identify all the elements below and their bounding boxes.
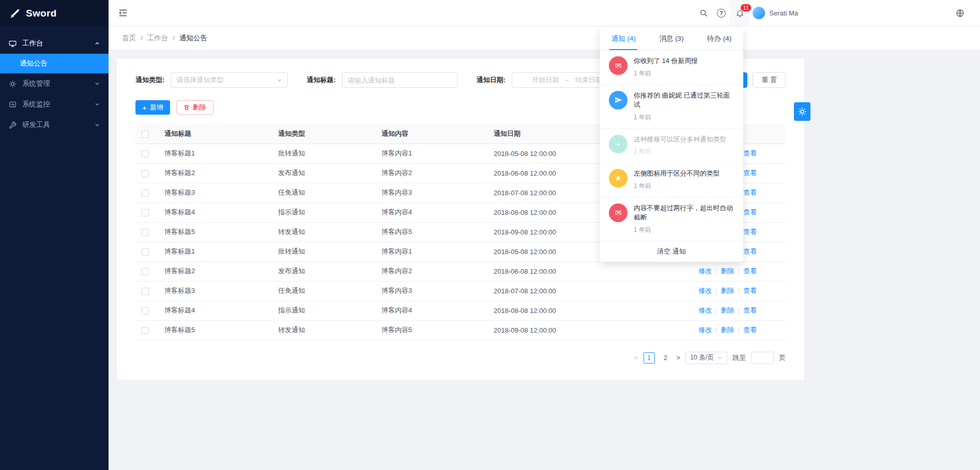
avatar — [753, 7, 765, 19]
view-link[interactable]: 查看 — [743, 169, 757, 177]
view-link[interactable]: 查看 — [743, 189, 757, 196]
delete-link[interactable]: 删除 — [721, 267, 734, 275]
row-checkbox[interactable] — [142, 170, 149, 177]
user-menu[interactable]: Serati Ma — [753, 7, 798, 19]
chevron-down-icon — [95, 102, 100, 107]
delete-link[interactable]: 删除 — [721, 326, 734, 334]
view-link[interactable]: 查看 — [743, 287, 757, 294]
cell-type: 转发通知 — [274, 222, 377, 242]
tab-todo[interactable]: 待办 (4) — [695, 27, 743, 50]
prev-page-button[interactable]: < — [634, 354, 638, 362]
sidebar-item-dev-tools[interactable]: 研发工具 — [0, 115, 109, 135]
cell-title: 博客标题5 — [160, 320, 274, 340]
view-link[interactable]: 查看 — [743, 228, 757, 236]
notice-title-input[interactable] — [342, 72, 458, 88]
col-content: 通知内容 — [377, 124, 489, 144]
edit-link[interactable]: 修改 — [698, 267, 712, 275]
row-checkbox[interactable] — [142, 248, 149, 256]
next-page-button[interactable]: > — [677, 354, 681, 362]
clear-notifications-button[interactable]: 清空 通知 — [600, 241, 743, 262]
paper-plane-icon — [609, 91, 627, 109]
app-logo: Sword — [0, 0, 109, 27]
notice-type-select[interactable]: 请选择通知类型 — [171, 72, 288, 88]
notification-time: 1 年前 — [634, 147, 726, 156]
batch-delete-button[interactable]: 删除 — [176, 100, 213, 115]
notification-time: 1 年前 — [634, 69, 698, 78]
row-checkbox[interactable] — [142, 190, 149, 197]
delete-link[interactable]: 删除 — [721, 306, 734, 314]
tab-message[interactable]: 消息 (3) — [648, 27, 696, 50]
notification-item[interactable]: ✉ 你收到了 14 份新周报 1 年前 — [600, 50, 743, 85]
sidebar-item-system-manage[interactable]: 系统管理 — [0, 73, 109, 94]
notification-item[interactable]: ★ 左侧图标用于区分不同的类型 1 年前 — [600, 163, 743, 197]
help-icon[interactable]: ? — [712, 0, 730, 26]
tab-notice[interactable]: 通知 (4) — [600, 27, 648, 50]
filter-date-label: 通知日期: — [477, 75, 506, 85]
row-checkbox[interactable] — [142, 229, 149, 236]
breadcrumb-workbench[interactable]: 工作台 — [147, 34, 169, 43]
date-tilde: ~ — [565, 76, 569, 84]
row-checkbox[interactable] — [142, 268, 149, 275]
view-link[interactable]: 查看 — [743, 247, 757, 255]
cell-title: 博客标题5 — [160, 222, 274, 242]
page-size-select[interactable]: 10 条/页 — [685, 352, 727, 364]
view-link[interactable]: 查看 — [743, 326, 757, 334]
app-title: Sword — [26, 8, 57, 19]
delete-link[interactable]: 删除 — [721, 287, 734, 294]
notification-item[interactable]: 你推荐的 曲妮妮 已通过第三轮面试 1 年前 — [600, 85, 743, 129]
table-row: 博客标题3 任免通知 博客内容3 2018-07-08 12:00:00 修改|… — [135, 281, 786, 301]
page-1-button[interactable]: 1 — [644, 352, 655, 364]
sidebar-collapse-icon[interactable] — [118, 8, 128, 18]
view-link[interactable]: 查看 — [743, 208, 757, 216]
sidebar-item-label: 工作台 — [22, 39, 43, 48]
notification-item[interactable]: ✉ 内容不要超过两行字，超出时自动截断 1 年前 — [600, 197, 743, 241]
pagination: < 1 2 > 10 条/页 跳至 页 — [135, 352, 786, 364]
add-button[interactable]: + 新增 — [135, 100, 170, 115]
view-link[interactable]: 查看 — [743, 267, 757, 275]
cell-title: 博客标题3 — [160, 183, 274, 202]
edit-link[interactable]: 修改 — [698, 306, 712, 314]
edit-link[interactable]: 修改 — [698, 287, 712, 294]
notification-time: 1 年前 — [634, 226, 734, 234]
row-checkbox[interactable] — [142, 307, 149, 315]
main-area: ? 11 Serati Ma 首页 / 工作台 / 通知公告 通知类型: — [109, 0, 980, 470]
search-icon[interactable] — [695, 0, 712, 26]
row-checkbox[interactable] — [142, 327, 149, 334]
reset-button[interactable]: 重 置 — [753, 72, 786, 88]
notification-item-read[interactable]: + 这种模板可以区分多种通知类型 1 年前 — [600, 129, 743, 163]
sidebar-item-workbench[interactable]: 工作台 — [0, 33, 109, 54]
jump-page-input[interactable] — [751, 352, 774, 364]
plus-icon: + — [609, 135, 627, 153]
username: Serati Ma — [769, 9, 798, 17]
star-icon: ★ — [609, 169, 627, 187]
breadcrumb-home[interactable]: 首页 — [122, 34, 136, 43]
breadcrumb-current: 通知公告 — [179, 34, 207, 43]
row-checkbox[interactable] — [142, 288, 149, 295]
notification-badge: 11 — [740, 4, 751, 12]
topbar: ? 11 Serati Ma — [109, 0, 980, 26]
end-date-placeholder: 结束日期 — [575, 75, 602, 85]
sidebar-item-system-monitor[interactable]: 系统监控 — [0, 94, 109, 115]
cell-content: 博客内容5 — [377, 222, 489, 242]
cell-content: 博客内容1 — [377, 242, 489, 261]
cell-type: 批转通知 — [274, 144, 377, 163]
cell-title: 博客标题1 — [160, 242, 274, 261]
bell-icon[interactable]: 11 — [730, 0, 749, 26]
page-2-button[interactable]: 2 — [660, 352, 671, 364]
cell-date: 2018-08-08 12:00:00 — [489, 301, 645, 320]
notification-title: 这种模板可以区分多种通知类型 — [634, 135, 726, 145]
view-link[interactable]: 查看 — [743, 306, 757, 314]
cell-type: 批转通知 — [274, 242, 377, 261]
view-link[interactable]: 查看 — [743, 149, 757, 157]
start-date-placeholder: 开始日期 — [532, 75, 559, 85]
filter-title-label: 通知标题: — [307, 75, 335, 85]
row-checkbox[interactable] — [142, 209, 149, 216]
globe-icon[interactable] — [956, 0, 964, 26]
theme-settings-button[interactable] — [794, 102, 810, 121]
edit-link[interactable]: 修改 — [698, 326, 712, 334]
row-checkbox[interactable] — [142, 150, 149, 158]
select-all-checkbox[interactable] — [142, 131, 149, 138]
gear-icon — [798, 107, 807, 116]
sword-logo-icon — [9, 8, 21, 19]
sidebar-item-notice-active[interactable]: 通知公告 — [0, 54, 109, 73]
